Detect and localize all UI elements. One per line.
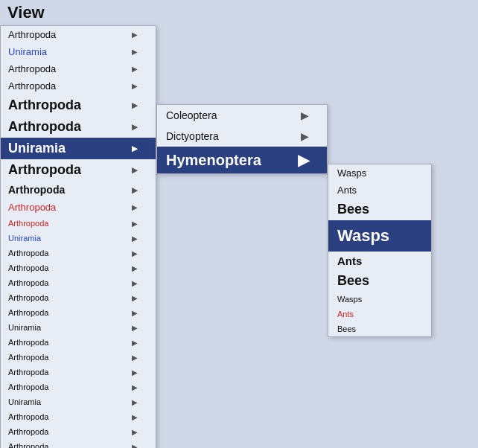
item-label: Bees bbox=[337, 324, 356, 333]
list-item[interactable]: Arthropoda ▶ bbox=[1, 95, 156, 116]
list-item[interactable]: Arthropoda ▶ bbox=[1, 159, 156, 181]
item-label: Ants bbox=[337, 255, 362, 267]
arrow-icon: ▶ bbox=[132, 203, 138, 211]
item-label: Arthropoda bbox=[8, 308, 48, 317]
arrow-icon: ▶ bbox=[298, 151, 309, 169]
list-item-active[interactable]: Hymenoptera ▶ bbox=[157, 147, 327, 173]
dropdown-level3: Wasps Ants Bees Wasps Ants Bees Wasps An… bbox=[328, 164, 432, 337]
list-item[interactable]: Uniramia ▶ bbox=[1, 43, 156, 60]
list-item[interactable]: Bees bbox=[328, 270, 431, 292]
arrow-icon: ▶ bbox=[301, 130, 309, 142]
list-item[interactable]: Uniramia ▶ bbox=[1, 394, 156, 409]
arrow-icon: ▶ bbox=[132, 220, 138, 228]
arrow-icon: ▶ bbox=[132, 413, 138, 421]
dropdown-level2: Coleoptera ▶ Dictyoptera ▶ Hymenoptera ▶ bbox=[156, 104, 328, 174]
list-item[interactable]: Arthropoda ▶ bbox=[1, 275, 156, 290]
item-label: Dictyoptera bbox=[166, 130, 219, 142]
item-label: Arthropoda bbox=[8, 119, 81, 135]
item-label: Bees bbox=[337, 273, 369, 288]
list-item[interactable]: Arthropoda ▶ bbox=[1, 77, 156, 95]
arrow-icon: ▶ bbox=[132, 324, 138, 332]
menu-title[interactable]: View bbox=[0, 0, 52, 25]
item-label: Arthropoda bbox=[8, 383, 48, 391]
item-label: Arthropoda bbox=[8, 97, 81, 113]
arrow-icon: ▶ bbox=[132, 353, 138, 362]
list-item-active[interactable]: Wasps bbox=[328, 220, 431, 252]
dropdown-level1: Arthropoda ▶ Uniramia ▶ Arthropoda ▶ Art… bbox=[0, 25, 156, 448]
arrow-icon: ▶ bbox=[132, 144, 138, 153]
item-label: Wasps bbox=[337, 226, 389, 245]
arrow-icon: ▶ bbox=[132, 428, 138, 436]
arrow-icon: ▶ bbox=[132, 339, 138, 347]
item-label: Arthropoda bbox=[8, 63, 56, 74]
list-item[interactable]: Ants bbox=[328, 182, 431, 199]
list-item[interactable]: Arthropoda ▶ bbox=[1, 335, 156, 350]
arrow-icon: ▶ bbox=[132, 166, 138, 174]
list-item[interactable]: Uniramia ▶ bbox=[1, 231, 156, 246]
list-item[interactable]: Arthropoda ▶ bbox=[1, 380, 156, 394]
list-item[interactable]: Arthropoda ▶ bbox=[1, 424, 156, 439]
arrow-icon: ▶ bbox=[132, 383, 138, 391]
list-item[interactable]: Arthropoda ▶ bbox=[1, 290, 156, 305]
arrow-icon: ▶ bbox=[132, 48, 138, 56]
list-item[interactable]: Bees bbox=[328, 321, 431, 336]
list-item[interactable]: Uniramia ▶ bbox=[1, 320, 156, 335]
item-label: Arthropoda bbox=[8, 249, 48, 257]
list-item[interactable]: Bees bbox=[328, 199, 431, 220]
arrow-icon: ▶ bbox=[301, 109, 309, 121]
list-item[interactable]: Wasps bbox=[328, 164, 431, 182]
item-label: Arthropoda bbox=[8, 338, 48, 347]
item-label: Arthropoda bbox=[8, 368, 48, 377]
list-item[interactable]: Arthropoda ▶ bbox=[1, 246, 156, 260]
item-label: Uniramia bbox=[8, 234, 41, 243]
list-item[interactable]: Arthropoda ▶ bbox=[1, 439, 156, 448]
arrow-icon: ▶ bbox=[132, 249, 138, 257]
item-label: Arthropoda bbox=[8, 278, 48, 287]
item-label: Arthropoda bbox=[8, 412, 48, 421]
arrow-icon: ▶ bbox=[132, 31, 138, 39]
item-label: Uniramia bbox=[8, 323, 41, 332]
item-label: Arthropoda bbox=[8, 162, 81, 178]
item-label: Uniramia bbox=[8, 397, 41, 406]
list-item-active[interactable]: Uniramia ▶ bbox=[1, 138, 156, 159]
arrow-icon: ▶ bbox=[132, 294, 138, 302]
arrow-icon: ▶ bbox=[132, 309, 138, 317]
arrow-icon: ▶ bbox=[132, 264, 138, 272]
item-label: Coleoptera bbox=[166, 109, 217, 121]
arrow-icon: ▶ bbox=[132, 398, 138, 406]
list-item[interactable]: Arthropoda ▶ bbox=[1, 350, 156, 365]
list-item[interactable]: Arthropoda ▶ bbox=[1, 181, 156, 199]
arrow-icon: ▶ bbox=[132, 368, 138, 377]
item-label: Arthropoda bbox=[8, 263, 48, 272]
item-label: Ants bbox=[337, 310, 354, 319]
arrow-icon: ▶ bbox=[132, 186, 138, 194]
list-item[interactable]: Arthropoda ▶ bbox=[1, 409, 156, 424]
list-item[interactable]: Arthropoda ▶ bbox=[1, 60, 156, 77]
arrow-icon: ▶ bbox=[132, 234, 138, 243]
item-label: Wasps bbox=[337, 295, 362, 304]
item-label: Arthropoda bbox=[8, 184, 65, 196]
item-label: Arthropoda bbox=[8, 80, 56, 92]
item-label: Bees bbox=[337, 202, 369, 217]
list-item[interactable]: Ants bbox=[328, 307, 431, 321]
arrow-icon: ▶ bbox=[132, 82, 138, 90]
list-item[interactable]: Arthropoda ▶ bbox=[1, 199, 156, 216]
arrow-icon: ▶ bbox=[132, 279, 138, 287]
list-item[interactable]: Wasps bbox=[328, 292, 431, 307]
item-label: Arthropoda bbox=[8, 29, 56, 40]
list-item[interactable]: Arthropoda ▶ bbox=[1, 260, 156, 275]
list-item[interactable]: Ants bbox=[328, 252, 431, 270]
item-label: Arthropoda bbox=[8, 427, 48, 436]
list-item[interactable]: Arthropoda ▶ bbox=[1, 26, 156, 43]
item-label: Hymenoptera bbox=[166, 152, 261, 169]
item-label: Arthropoda bbox=[8, 442, 48, 448]
arrow-icon: ▶ bbox=[132, 101, 138, 109]
list-item[interactable]: Arthropoda ▶ bbox=[1, 305, 156, 320]
list-item[interactable]: Arthropoda ▶ bbox=[1, 216, 156, 231]
item-label: Arthropoda bbox=[8, 219, 48, 228]
item-label: Wasps bbox=[337, 167, 366, 179]
list-item[interactable]: Dictyoptera ▶ bbox=[157, 126, 327, 147]
list-item[interactable]: Arthropoda ▶ bbox=[1, 365, 156, 380]
list-item[interactable]: Coleoptera ▶ bbox=[157, 105, 327, 126]
list-item[interactable]: Arthropoda ▶ bbox=[1, 116, 156, 138]
